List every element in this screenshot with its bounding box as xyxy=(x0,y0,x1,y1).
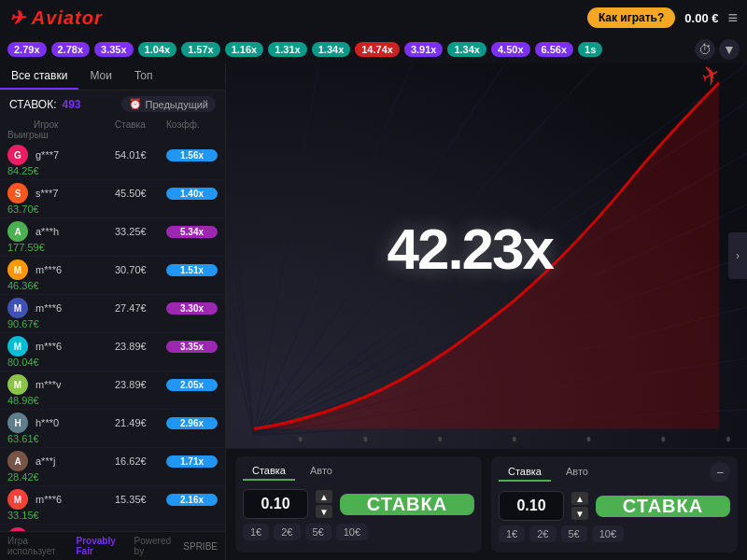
bet-value-left: 0.10 xyxy=(243,489,308,519)
table-row: A a***j 16.62€ 1.71x 28.42€ xyxy=(0,448,225,486)
mult-badge[interactable]: 2.79x xyxy=(7,42,47,57)
mult-badge[interactable]: 1.34x xyxy=(447,42,486,57)
chevron-right-icon: › xyxy=(736,249,740,262)
canvas-area: ✈ 42.23x › xyxy=(226,63,747,448)
bet-button-right[interactable]: СТАВКА xyxy=(596,496,730,517)
avatar: S xyxy=(7,183,28,203)
footer-powered-label: Powered by xyxy=(134,536,178,556)
player-name: g***7 xyxy=(34,149,115,161)
mult-badge[interactable]: 14.74x xyxy=(355,42,400,57)
bet-decrease-left[interactable]: ▼ xyxy=(316,505,332,518)
bet-input-row-right: 0.10 ▲ ▼ СТАВКА xyxy=(499,491,730,521)
col-win: Выигрыш xyxy=(7,130,34,140)
table-row: M m***6 30.70€ 1.51x 46.36€ xyxy=(0,257,225,295)
coefficient-badge: 1.51x xyxy=(166,264,218,276)
quick-10-left[interactable]: 10€ xyxy=(336,524,368,540)
avatar: M xyxy=(7,336,28,357)
player-name: m***6 xyxy=(34,264,115,275)
win-amount: 33.15€ xyxy=(7,510,34,521)
previous-button[interactable]: ⏰ Предыдущий xyxy=(121,96,216,112)
multiplier-display: 42.23x xyxy=(387,216,553,282)
mult-badge[interactable]: 6.56x xyxy=(535,42,574,57)
tab-all-bets[interactable]: Все ставки xyxy=(0,63,78,90)
mult-badge[interactable]: 1s xyxy=(578,42,602,57)
mult-badge[interactable]: 4.50x xyxy=(491,42,530,57)
settings-icon[interactable]: ▼ xyxy=(719,39,740,60)
bets-header: СТАВОК: 493 ⏰ Предыдущий xyxy=(0,91,225,118)
bets-count: 493 xyxy=(62,98,80,111)
mult-badge[interactable]: 1.57x xyxy=(181,42,220,57)
coefficient-badge: 2.96x xyxy=(166,417,218,429)
col-player: Игрок xyxy=(34,119,115,130)
bet-stepper-left: ▲ ▼ xyxy=(316,490,332,518)
bet-tab-right-auto[interactable]: Авто xyxy=(557,463,598,482)
tab-bar: Все ставки Мои Топ xyxy=(0,63,225,91)
quick-5-right[interactable]: 5€ xyxy=(561,525,587,542)
bet-tab-left-auto[interactable]: Авто xyxy=(301,462,342,481)
spribe-logo: SPRIBE xyxy=(183,541,218,552)
mult-badge[interactable]: 2.78x xyxy=(51,42,91,57)
bottom-controls: Ставка Авто 0.10 ▲ ▼ СТАВКА 1€ 2€ 5€ 10€ xyxy=(226,448,747,560)
clock-icon: ⏰ xyxy=(129,98,142,110)
bet-decrease-right[interactable]: ▼ xyxy=(571,507,588,520)
bet-input-row-left: 0.10 ▲ ▼ СТАВКА xyxy=(243,489,474,519)
coefficient-badge: 2.05x xyxy=(166,379,218,391)
col-bet: Ставка xyxy=(115,119,166,130)
bet-amount: 21.49€ xyxy=(115,417,166,428)
quick-10-right[interactable]: 10€ xyxy=(592,525,624,542)
avatar: G xyxy=(7,145,28,165)
table-row: A a***h 33.25€ 5.34x 177.59€ xyxy=(0,218,225,257)
menu-icon[interactable]: ≡ xyxy=(727,8,738,28)
table-row: H h***0 21.49€ 2.96x 63.61€ xyxy=(0,410,225,448)
bet-button-left[interactable]: СТАВКА xyxy=(340,494,474,515)
avatar: H xyxy=(7,413,28,433)
win-amount: 28.42€ xyxy=(7,471,34,483)
table-row: M m***v 23.89€ 2.05x 48.98€ xyxy=(0,371,225,410)
footer-provably-label: Игра использует xyxy=(7,536,71,556)
mult-badge[interactable]: 3.35x xyxy=(94,42,134,57)
bet-amount: 45.50€ xyxy=(115,188,166,199)
coefficient-badge: 3.30x xyxy=(166,302,218,315)
mult-badge[interactable]: 1.34x xyxy=(312,42,351,57)
bet-tab-left-stake[interactable]: Ставка xyxy=(243,462,295,481)
bet-increase-right[interactable]: ▲ xyxy=(571,492,588,505)
win-amount: 84.25€ xyxy=(7,165,34,176)
tab-my-bets[interactable]: Мои xyxy=(78,63,123,90)
svg-point-19 xyxy=(438,437,442,441)
svg-point-18 xyxy=(363,437,367,441)
quick-5-left[interactable]: 5€ xyxy=(305,524,331,540)
collapse-sidebar-button[interactable]: › xyxy=(728,232,747,279)
bet-tabs-right: Ставка Авто − xyxy=(499,462,730,483)
bet-tab-right-stake[interactable]: Ставка xyxy=(499,463,551,482)
quick-2-left[interactable]: 2€ xyxy=(274,524,300,540)
coefficient-badge: 1.71x xyxy=(166,455,218,468)
table-row: M m***6 15.35€ 2.16x 33.15€ xyxy=(0,486,225,525)
svg-point-21 xyxy=(587,437,591,441)
win-amount: 46.36€ xyxy=(7,280,34,291)
bet-increase-left[interactable]: ▲ xyxy=(316,490,332,503)
mult-badge[interactable]: 1.16x xyxy=(225,42,264,57)
table-row: G g***7 54.01€ 1.56x 84.25€ xyxy=(0,142,225,180)
logo: ✈ Aviator xyxy=(9,7,103,29)
how-to-play-button[interactable]: Как играть? xyxy=(587,7,675,28)
quick-1-left[interactable]: 1€ xyxy=(243,524,269,540)
bet-amount: 33.25€ xyxy=(115,226,166,237)
mult-badge[interactable]: 1.31x xyxy=(268,42,307,57)
bet-value-right: 0.10 xyxy=(499,491,564,521)
table-row: 7 7***5 15.25€ 3.14x 47.90€ xyxy=(0,525,225,531)
mult-badge[interactable]: 1.04x xyxy=(138,42,177,57)
table-row: M m***6 27.47€ 3.30x 90.67€ xyxy=(0,295,225,333)
bet-panel-collapse-button[interactable]: − xyxy=(710,462,730,483)
quick-1-right[interactable]: 1€ xyxy=(499,525,525,542)
mult-badge[interactable]: 3.91x xyxy=(404,42,444,57)
tab-top-bets[interactable]: Топ xyxy=(123,63,164,90)
history-icon[interactable]: ⏱ xyxy=(695,39,715,60)
game-area: ✈ 42.23x › Ставка Авто 0.10 ▲ xyxy=(226,63,747,560)
coefficient-badge: 5.34x xyxy=(166,226,218,238)
svg-point-20 xyxy=(513,437,516,441)
left-panel: Все ставки Мои Топ СТАВОК: 493 ⏰ Предыду… xyxy=(0,63,226,560)
coefficient-badge: 1.56x xyxy=(166,149,218,161)
quick-2-right[interactable]: 2€ xyxy=(529,525,556,542)
player-name: s***7 xyxy=(34,188,115,199)
win-amount: 63.70€ xyxy=(7,203,34,215)
